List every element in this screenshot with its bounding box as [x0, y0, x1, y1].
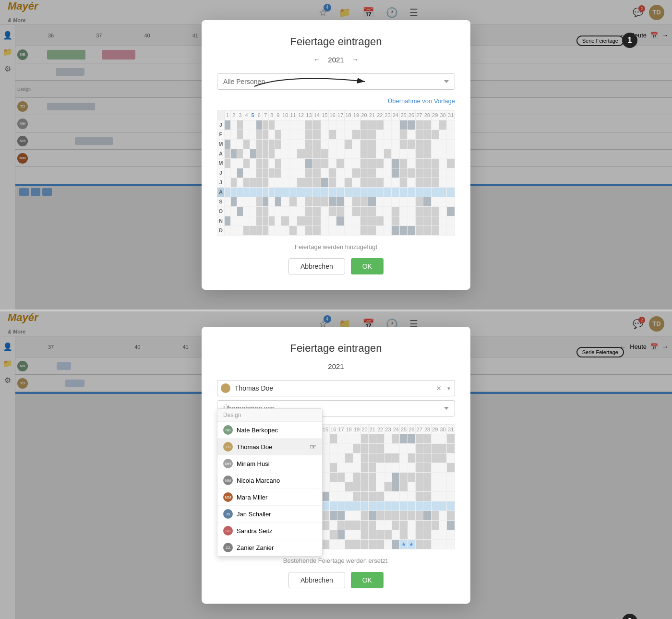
avatar-mara: MM — [223, 492, 233, 502]
modal-buttons-2: Abbrechen OK — [217, 572, 455, 588]
dropdown-item-3[interactable]: NM Nicola Marcano — [217, 472, 322, 489]
person-name-thomas: Thomas Doe — [237, 443, 272, 451]
person-name-nicola: Nicola Marcano — [237, 477, 280, 484]
cursor-hand-icon: ☞ — [310, 442, 316, 452]
cancel-btn-1[interactable]: Abbrechen — [288, 258, 345, 274]
modal-overlay-1: Feiertage eintragen ← 2021 → Alle Person… — [0, 0, 672, 310]
dropdown-group-header: Design — [217, 409, 322, 422]
next-year-btn-1[interactable]: → — [352, 56, 359, 63]
arrow-annotation-1 — [230, 67, 374, 96]
person-name-sandra: Sandra Seitz — [237, 527, 272, 535]
modal-status-2: Bestehende Feiertage werden ersetzt. — [217, 557, 455, 564]
person-name-mara: Mara Miller — [237, 494, 267, 501]
prev-year-btn-1[interactable]: ← — [313, 56, 320, 63]
person-name-nate: Nate Berkopec — [237, 427, 278, 434]
dropdown-item-5[interactable]: JS Jan Schaller — [217, 506, 322, 523]
selected-person-name: Thomas Doe — [235, 384, 273, 392]
year-nav-1: ← 2021 → — [217, 56, 455, 64]
modal-cal-1: 123456789 10111213141516171819 202122232… — [217, 110, 455, 236]
clear-person-btn[interactable]: ✕ — [436, 384, 442, 392]
dropdown-item-7[interactable]: ZZ Zanier Zanier — [217, 539, 322, 556]
dropdown-item-1[interactable]: TD Thomas Doe ☞ — [217, 439, 322, 455]
modal-title-1: Feiertage eintragen — [217, 36, 455, 48]
screen-2: Mayér & More ☆ 4 📁 📅 🕐 ☰ 💬2 TD 👤 📁 ⚙ 37 … — [0, 310, 672, 619]
avatar-jan: JS — [223, 509, 233, 519]
year-nav-2: 2021 — [217, 362, 455, 370]
dropdown-item-2[interactable]: MH Miriam Husi — [217, 455, 322, 472]
avatar-miriam: MH — [223, 459, 233, 468]
modal-1: Feiertage eintragen ← 2021 → Alle Person… — [202, 20, 470, 290]
avatar-nate: NB — [223, 425, 233, 435]
cancel-btn-2[interactable]: Abbrechen — [288, 572, 345, 588]
avatar-sandra: SS — [223, 526, 233, 536]
avatar-thomas: TD — [223, 442, 233, 452]
person-name-zanier: Zanier Zanier — [237, 544, 274, 551]
ok-btn-2[interactable]: OK — [351, 572, 384, 588]
ok-btn-1[interactable]: OK — [351, 258, 384, 274]
annotation-1: 1 — [622, 33, 637, 48]
modal-title-2: Feiertage eintragen — [217, 342, 455, 355]
modal-buttons-1: Abbrechen OK — [217, 258, 455, 274]
avatar-nicola: NM — [223, 476, 233, 485]
dropdown-item-4[interactable]: MM Mara Miller — [217, 489, 322, 506]
dropdown-item-0[interactable]: NB Nate Berkopec — [217, 422, 322, 439]
person-dropdown: Design NB Nate Berkopec TD Thomas Doe ☞ … — [217, 408, 323, 557]
person-name-jan: Jan Schaller — [237, 511, 271, 518]
modal-overlay-2: Feiertage eintragen 2021 Thomas Doe ✕ ▼ … — [0, 311, 672, 619]
avatar-zanier: ZZ — [223, 543, 233, 552]
selected-person-avatar — [221, 383, 230, 393]
modal-status-1: Feiertage werden hinzugefügt — [217, 243, 455, 250]
screen-1: Mayér & More ☆ 4 📁 📅 🕐 ☰ 💬2 TD 👤 📁 ⚙ 36 … — [0, 0, 672, 310]
year-label-2: 2021 — [328, 362, 344, 370]
person-name-miriam: Miriam Husi — [237, 460, 270, 467]
year-label-1: 2021 — [328, 56, 344, 64]
template-link-1[interactable]: Übernahme von Vorlage — [217, 97, 455, 105]
person-select-container: Thomas Doe ✕ ▼ — [217, 380, 455, 396]
dropdown-item-6[interactable]: SS Sandra Seitz — [217, 523, 322, 539]
chevron-down-icon[interactable]: ▼ — [446, 386, 451, 391]
modal-2: Feiertage eintragen 2021 Thomas Doe ✕ ▼ … — [202, 327, 470, 604]
